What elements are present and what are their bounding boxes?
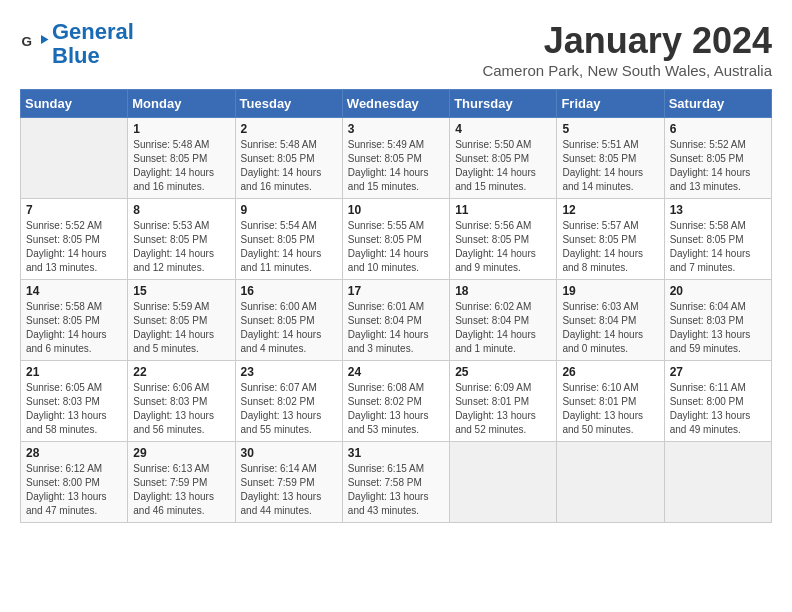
calendar-cell: 10Sunrise: 5:55 AM Sunset: 8:05 PM Dayli… — [342, 199, 449, 280]
weekday-wednesday: Wednesday — [342, 90, 449, 118]
day-number: 31 — [348, 446, 444, 460]
day-number: 12 — [562, 203, 658, 217]
calendar-cell: 12Sunrise: 5:57 AM Sunset: 8:05 PM Dayli… — [557, 199, 664, 280]
calendar-cell: 5Sunrise: 5:51 AM Sunset: 8:05 PM Daylig… — [557, 118, 664, 199]
calendar-body: 1Sunrise: 5:48 AM Sunset: 8:05 PM Daylig… — [21, 118, 772, 523]
day-number: 8 — [133, 203, 229, 217]
day-number: 11 — [455, 203, 551, 217]
day-number: 9 — [241, 203, 337, 217]
calendar-table: SundayMondayTuesdayWednesdayThursdayFrid… — [20, 89, 772, 523]
calendar-cell: 16Sunrise: 6:00 AM Sunset: 8:05 PM Dayli… — [235, 280, 342, 361]
day-info: Sunrise: 6:02 AM Sunset: 8:04 PM Dayligh… — [455, 300, 551, 356]
calendar-cell: 27Sunrise: 6:11 AM Sunset: 8:00 PM Dayli… — [664, 361, 771, 442]
calendar-cell: 26Sunrise: 6:10 AM Sunset: 8:01 PM Dayli… — [557, 361, 664, 442]
day-number: 18 — [455, 284, 551, 298]
calendar-cell — [21, 118, 128, 199]
weekday-thursday: Thursday — [450, 90, 557, 118]
logo: G General Blue — [20, 20, 134, 68]
day-number: 3 — [348, 122, 444, 136]
day-info: Sunrise: 6:00 AM Sunset: 8:05 PM Dayligh… — [241, 300, 337, 356]
day-info: Sunrise: 5:58 AM Sunset: 8:05 PM Dayligh… — [670, 219, 766, 275]
day-info: Sunrise: 5:55 AM Sunset: 8:05 PM Dayligh… — [348, 219, 444, 275]
day-number: 24 — [348, 365, 444, 379]
calendar-cell: 8Sunrise: 5:53 AM Sunset: 8:05 PM Daylig… — [128, 199, 235, 280]
day-number: 2 — [241, 122, 337, 136]
weekday-tuesday: Tuesday — [235, 90, 342, 118]
day-info: Sunrise: 5:49 AM Sunset: 8:05 PM Dayligh… — [348, 138, 444, 194]
calendar-cell: 14Sunrise: 5:58 AM Sunset: 8:05 PM Dayli… — [21, 280, 128, 361]
calendar-cell: 23Sunrise: 6:07 AM Sunset: 8:02 PM Dayli… — [235, 361, 342, 442]
day-info: Sunrise: 6:15 AM Sunset: 7:58 PM Dayligh… — [348, 462, 444, 518]
calendar-cell: 25Sunrise: 6:09 AM Sunset: 8:01 PM Dayli… — [450, 361, 557, 442]
day-number: 14 — [26, 284, 122, 298]
day-number: 6 — [670, 122, 766, 136]
day-info: Sunrise: 6:10 AM Sunset: 8:01 PM Dayligh… — [562, 381, 658, 437]
day-number: 16 — [241, 284, 337, 298]
day-number: 26 — [562, 365, 658, 379]
calendar-week-2: 7Sunrise: 5:52 AM Sunset: 8:05 PM Daylig… — [21, 199, 772, 280]
weekday-friday: Friday — [557, 90, 664, 118]
calendar-cell: 21Sunrise: 6:05 AM Sunset: 8:03 PM Dayli… — [21, 361, 128, 442]
calendar-week-3: 14Sunrise: 5:58 AM Sunset: 8:05 PM Dayli… — [21, 280, 772, 361]
calendar-cell: 4Sunrise: 5:50 AM Sunset: 8:05 PM Daylig… — [450, 118, 557, 199]
day-number: 4 — [455, 122, 551, 136]
calendar-cell: 30Sunrise: 6:14 AM Sunset: 7:59 PM Dayli… — [235, 442, 342, 523]
calendar-cell: 17Sunrise: 6:01 AM Sunset: 8:04 PM Dayli… — [342, 280, 449, 361]
day-info: Sunrise: 6:05 AM Sunset: 8:03 PM Dayligh… — [26, 381, 122, 437]
calendar-cell: 11Sunrise: 5:56 AM Sunset: 8:05 PM Dayli… — [450, 199, 557, 280]
calendar-cell: 24Sunrise: 6:08 AM Sunset: 8:02 PM Dayli… — [342, 361, 449, 442]
day-info: Sunrise: 5:54 AM Sunset: 8:05 PM Dayligh… — [241, 219, 337, 275]
calendar-cell: 3Sunrise: 5:49 AM Sunset: 8:05 PM Daylig… — [342, 118, 449, 199]
calendar-cell: 13Sunrise: 5:58 AM Sunset: 8:05 PM Dayli… — [664, 199, 771, 280]
title-block: January 2024 Cameron Park, New South Wal… — [482, 20, 772, 79]
calendar-cell: 2Sunrise: 5:48 AM Sunset: 8:05 PM Daylig… — [235, 118, 342, 199]
calendar-cell: 18Sunrise: 6:02 AM Sunset: 8:04 PM Dayli… — [450, 280, 557, 361]
calendar-cell — [450, 442, 557, 523]
calendar-cell: 29Sunrise: 6:13 AM Sunset: 7:59 PM Dayli… — [128, 442, 235, 523]
page-header: G General Blue January 2024 Cameron Park… — [20, 20, 772, 79]
logo-text: General Blue — [52, 20, 134, 68]
day-info: Sunrise: 5:59 AM Sunset: 8:05 PM Dayligh… — [133, 300, 229, 356]
day-number: 17 — [348, 284, 444, 298]
day-number: 21 — [26, 365, 122, 379]
calendar-cell — [557, 442, 664, 523]
svg-marker-1 — [41, 35, 49, 44]
calendar-cell: 28Sunrise: 6:12 AM Sunset: 8:00 PM Dayli… — [21, 442, 128, 523]
day-info: Sunrise: 6:13 AM Sunset: 7:59 PM Dayligh… — [133, 462, 229, 518]
calendar-week-4: 21Sunrise: 6:05 AM Sunset: 8:03 PM Dayli… — [21, 361, 772, 442]
day-number: 22 — [133, 365, 229, 379]
day-info: Sunrise: 6:06 AM Sunset: 8:03 PM Dayligh… — [133, 381, 229, 437]
day-info: Sunrise: 6:07 AM Sunset: 8:02 PM Dayligh… — [241, 381, 337, 437]
calendar-cell — [664, 442, 771, 523]
day-number: 1 — [133, 122, 229, 136]
day-number: 10 — [348, 203, 444, 217]
day-number: 23 — [241, 365, 337, 379]
day-number: 25 — [455, 365, 551, 379]
calendar-cell: 15Sunrise: 5:59 AM Sunset: 8:05 PM Dayli… — [128, 280, 235, 361]
weekday-monday: Monday — [128, 90, 235, 118]
day-number: 5 — [562, 122, 658, 136]
day-info: Sunrise: 5:58 AM Sunset: 8:05 PM Dayligh… — [26, 300, 122, 356]
location: Cameron Park, New South Wales, Australia — [482, 62, 772, 79]
day-info: Sunrise: 5:57 AM Sunset: 8:05 PM Dayligh… — [562, 219, 658, 275]
day-info: Sunrise: 5:51 AM Sunset: 8:05 PM Dayligh… — [562, 138, 658, 194]
logo-icon: G — [20, 29, 50, 59]
calendar-cell: 22Sunrise: 6:06 AM Sunset: 8:03 PM Dayli… — [128, 361, 235, 442]
day-info: Sunrise: 6:14 AM Sunset: 7:59 PM Dayligh… — [241, 462, 337, 518]
day-info: Sunrise: 6:11 AM Sunset: 8:00 PM Dayligh… — [670, 381, 766, 437]
day-info: Sunrise: 6:09 AM Sunset: 8:01 PM Dayligh… — [455, 381, 551, 437]
weekday-sunday: Sunday — [21, 90, 128, 118]
day-number: 7 — [26, 203, 122, 217]
day-info: Sunrise: 5:50 AM Sunset: 8:05 PM Dayligh… — [455, 138, 551, 194]
day-number: 28 — [26, 446, 122, 460]
month-title: January 2024 — [482, 20, 772, 62]
day-number: 19 — [562, 284, 658, 298]
day-info: Sunrise: 5:48 AM Sunset: 8:05 PM Dayligh… — [133, 138, 229, 194]
day-info: Sunrise: 5:56 AM Sunset: 8:05 PM Dayligh… — [455, 219, 551, 275]
calendar-cell: 6Sunrise: 5:52 AM Sunset: 8:05 PM Daylig… — [664, 118, 771, 199]
calendar-cell: 31Sunrise: 6:15 AM Sunset: 7:58 PM Dayli… — [342, 442, 449, 523]
day-number: 13 — [670, 203, 766, 217]
calendar-week-5: 28Sunrise: 6:12 AM Sunset: 8:00 PM Dayli… — [21, 442, 772, 523]
day-info: Sunrise: 5:48 AM Sunset: 8:05 PM Dayligh… — [241, 138, 337, 194]
weekday-saturday: Saturday — [664, 90, 771, 118]
